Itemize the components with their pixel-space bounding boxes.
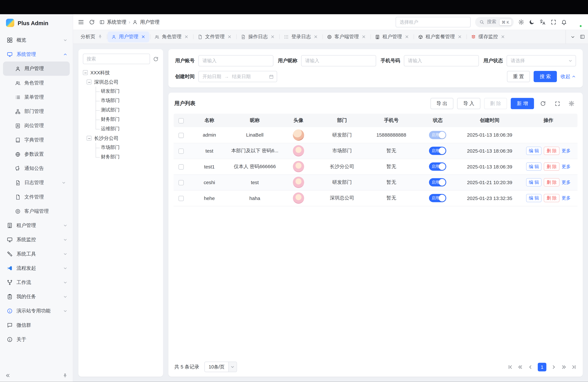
tab-cache-monitor[interactable]: 缓存监控 [467, 31, 509, 42]
sidebar-item-demo-features[interactable]: 演示站专用功能 [0, 304, 73, 318]
tree-node-leaf[interactable]: 测试部门 [96, 106, 159, 115]
tab-tenant-package-mgmt[interactable]: 租户套餐管理 [414, 31, 466, 42]
tab-analysis[interactable]: 分析页 [77, 31, 106, 42]
sidebar-item-my-tasks[interactable]: 我的任务 [0, 290, 73, 304]
status-select[interactable]: 请选择 [507, 55, 576, 66]
tree-node-leaf[interactable]: 运维部门 [96, 124, 159, 133]
row-checkbox[interactable] [179, 164, 184, 170]
pin-icon[interactable] [98, 35, 103, 39]
status-toggle[interactable]: 启用 [429, 162, 446, 171]
sidebar-item-param-settings[interactable]: 参数设置 [3, 147, 70, 161]
collapse-toggle-icon[interactable] [86, 136, 91, 141]
dark-mode-moon-icon[interactable] [529, 19, 535, 25]
sidebar-item-role-mgmt[interactable]: 角色管理 [3, 76, 70, 90]
table-settings-icon[interactable] [566, 98, 577, 109]
sidebar-item-menu-mgmt[interactable]: 菜单管理 [3, 90, 70, 104]
row-checkbox[interactable] [179, 133, 184, 138]
more-button[interactable]: 更多 [562, 179, 571, 186]
sidebar-item-notice[interactable]: 通知公告 [3, 161, 70, 175]
sidebar-item-dict-mgmt[interactable]: 字典管理 [3, 133, 70, 147]
tree-node-branch[interactable]: 深圳总公司 [86, 77, 159, 86]
close-icon[interactable] [270, 35, 275, 39]
sidebar-item-process-start[interactable]: 流程发起 [0, 261, 73, 275]
table-refresh-icon[interactable] [538, 98, 548, 109]
sidebar-item-client-mgmt[interactable]: 客户端管理 [3, 204, 70, 218]
collapse-filters-button[interactable]: 收起 [561, 73, 576, 80]
breadcrumb-root[interactable]: 系统管理 [107, 19, 126, 25]
app-logo[interactable]: Plus Admin [0, 14, 73, 32]
page-number-button[interactable]: 1 [538, 363, 546, 371]
close-icon[interactable] [227, 35, 232, 39]
edit-button[interactable]: 编 辑 [526, 178, 542, 187]
close-icon[interactable] [405, 35, 409, 39]
tree-node-leaf[interactable]: 市场部门 [96, 143, 159, 152]
tree-node-leaf[interactable]: 研发部门 [96, 86, 159, 96]
phone-input[interactable] [404, 55, 479, 66]
forward-five-pages-button[interactable] [561, 364, 567, 370]
close-icon[interactable] [184, 35, 189, 39]
more-button[interactable]: 更多 [562, 148, 571, 154]
tree-node-leaf[interactable]: 市场部门 [96, 96, 159, 106]
delete-row-button[interactable]: 删 除 [544, 162, 559, 171]
tab-client-mgmt[interactable]: 客户端管理 [323, 31, 370, 42]
export-button[interactable]: 导 出 [430, 98, 453, 109]
status-toggle[interactable]: 启用 [429, 147, 446, 155]
status-toggle[interactable]: 启用 [429, 131, 446, 139]
account-input[interactable] [198, 55, 273, 66]
more-button[interactable]: 更多 [562, 163, 571, 170]
row-checkbox[interactable] [179, 149, 184, 154]
tab-role-mgmt[interactable]: 角色管理 [151, 31, 192, 42]
tab-options-chevron-icon[interactable] [570, 34, 575, 39]
reset-button[interactable]: 重 置 [507, 71, 530, 82]
sidebar-item-user-mgmt[interactable]: 用户管理 [3, 62, 70, 76]
delete-row-button[interactable]: 删 除 [544, 178, 559, 187]
select-all-checkbox[interactable] [179, 118, 184, 123]
delete-button[interactable]: 删 除 [484, 98, 507, 109]
tab-tenant-mgmt[interactable]: 租户管理 [371, 31, 413, 42]
last-page-button[interactable] [571, 364, 577, 370]
sidebar-item-system-mgmt[interactable]: 系统管理 [0, 47, 73, 62]
user-avatar[interactable] [571, 17, 582, 27]
collapse-sidebar-icon[interactable] [5, 373, 10, 378]
tree-node-leaf[interactable]: 财务部门 [96, 152, 159, 162]
sidebar-item-workflow[interactable]: 工作流 [0, 275, 73, 290]
refresh-page-button[interactable] [89, 19, 95, 25]
close-icon[interactable] [361, 35, 366, 39]
delete-row-button[interactable]: 删 除 [544, 194, 559, 202]
import-button[interactable]: 导 入 [457, 98, 480, 109]
collapse-toggle-icon[interactable] [83, 70, 88, 75]
sidebar-item-log-mgmt[interactable]: 日志管理 [3, 175, 70, 190]
status-toggle[interactable]: 启用 [429, 178, 446, 187]
language-icon[interactable] [539, 19, 546, 25]
status-toggle[interactable]: 启用 [429, 194, 446, 202]
settings-gear-icon[interactable] [518, 19, 524, 25]
sidebar-item-system-tools[interactable]: 系统工具 [0, 247, 73, 261]
row-checkbox[interactable] [179, 180, 184, 185]
collapse-toggle-icon[interactable] [86, 80, 91, 85]
tree-refresh-icon[interactable] [153, 56, 159, 62]
tab-layout-icon[interactable] [580, 34, 585, 39]
add-button[interactable]: 新 增 [511, 98, 534, 109]
tab-operation-log[interactable]: 操作日志 [237, 31, 279, 42]
global-search-button[interactable]: 搜索 ⌘ K [475, 17, 514, 27]
first-page-button[interactable] [507, 364, 513, 370]
table-fullscreen-icon[interactable] [552, 98, 563, 109]
row-checkbox[interactable] [179, 196, 184, 201]
sidebar-item-file-mgmt[interactable]: 文件管理 [3, 190, 70, 204]
fullscreen-icon[interactable] [550, 19, 556, 25]
search-button[interactable]: 搜 索 [534, 71, 557, 82]
more-button[interactable]: 更多 [562, 195, 571, 201]
back-five-pages-button[interactable] [517, 364, 523, 370]
tree-node-branch[interactable]: 长沙分公司 [86, 133, 159, 143]
tab-login-log[interactable]: 登录日志 [280, 31, 322, 42]
menu-toggle-button[interactable] [78, 19, 84, 25]
pin-icon[interactable] [63, 373, 67, 378]
prev-page-button[interactable] [527, 364, 533, 370]
next-page-button[interactable] [551, 364, 556, 370]
sidebar-item-overview[interactable]: 概览 [0, 33, 73, 47]
tab-file-mgmt[interactable]: 文件管理 [194, 31, 235, 42]
close-icon[interactable] [501, 35, 505, 39]
tree-node-root[interactable]: XXX科技 [83, 68, 159, 77]
notifications-bell-icon[interactable] [561, 19, 567, 25]
tenant-select-input[interactable] [396, 17, 470, 27]
